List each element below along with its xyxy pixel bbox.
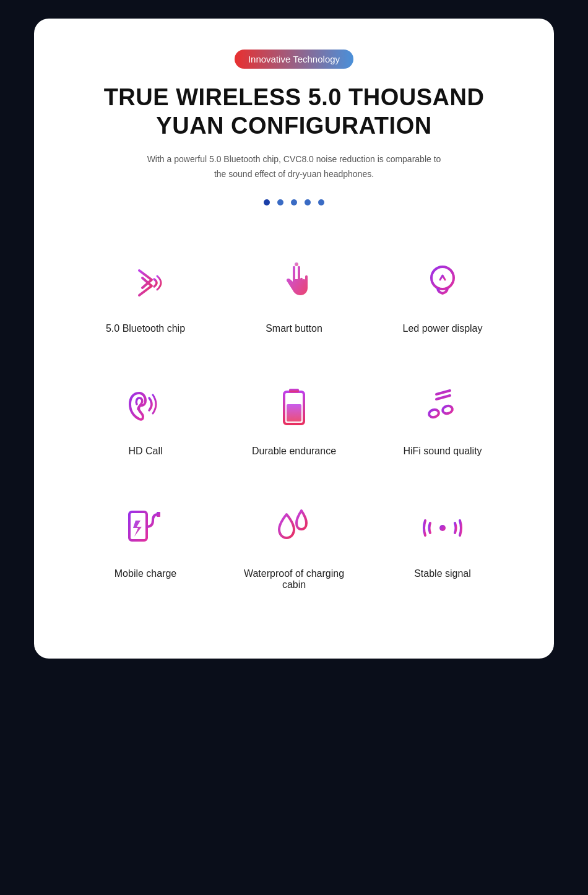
main-card: Innovative Technology TRUE WIRELESS 5.0 … (34, 19, 554, 659)
feature-signal: Stable signal (368, 482, 517, 615)
svg-point-2 (431, 267, 454, 289)
feature-hd-call: HD Call (71, 359, 220, 482)
feature-smart-button: Smart button (220, 236, 368, 359)
features-grid: 5.0 Bluetooth chip Smart (71, 236, 517, 615)
bulb-icon (415, 255, 470, 311)
svg-point-12 (442, 405, 454, 415)
touch-icon (266, 255, 322, 311)
dot-2 (277, 199, 283, 205)
innovative-badge: Innovative Technology (235, 50, 353, 69)
svg-rect-8 (287, 404, 301, 422)
smart-button-label: Smart button (266, 323, 322, 334)
svg-rect-15 (129, 512, 147, 540)
led-power-label: Led power display (403, 323, 483, 334)
svg-line-13 (436, 391, 450, 394)
feature-bluetooth: 5.0 Bluetooth chip (71, 236, 220, 359)
signal-icon (415, 500, 470, 556)
feature-mobile-charge: Mobile charge (71, 482, 220, 615)
hifi-label: HiFi sound quality (403, 446, 482, 457)
svg-point-1 (295, 262, 298, 266)
feature-led-power: Led power display (368, 236, 517, 359)
svg-point-10 (428, 409, 440, 418)
dot-4 (305, 199, 311, 205)
svg-line-14 (436, 396, 450, 399)
svg-rect-16 (157, 512, 160, 517)
dot-3 (291, 199, 297, 205)
page-title: TRUE WIRELESS 5.0 THOUSAND YUAN CONFIGUR… (71, 84, 517, 140)
ear-icon (118, 378, 173, 433)
dot-1 (264, 199, 270, 205)
mobile-charge-label: Mobile charge (115, 568, 177, 579)
durable-label: Durable endurance (252, 446, 336, 457)
svg-rect-7 (289, 389, 299, 392)
waterproof-label: Waterproof of charging cabin (232, 568, 356, 590)
subtitle-text: With a powerful 5.0 Bluetooth chip, CVC8… (145, 152, 443, 182)
hd-call-label: HD Call (128, 446, 162, 457)
bluetooth-label: 5.0 Bluetooth chip (106, 323, 185, 334)
bluetooth-icon (118, 255, 173, 311)
feature-waterproof: Waterproof of charging cabin (220, 482, 368, 615)
dot-5 (318, 199, 324, 205)
svg-point-19 (439, 525, 446, 531)
feature-hifi: HiFi sound quality (368, 359, 517, 482)
water-icon (266, 500, 322, 556)
stable-signal-label: Stable signal (414, 568, 471, 579)
badge-wrap: Innovative Technology (71, 50, 517, 69)
dots-indicator (71, 199, 517, 205)
charge-icon (118, 500, 173, 556)
battery-icon (266, 378, 322, 433)
music-icon (415, 378, 470, 433)
feature-durable: Durable endurance (220, 359, 368, 482)
